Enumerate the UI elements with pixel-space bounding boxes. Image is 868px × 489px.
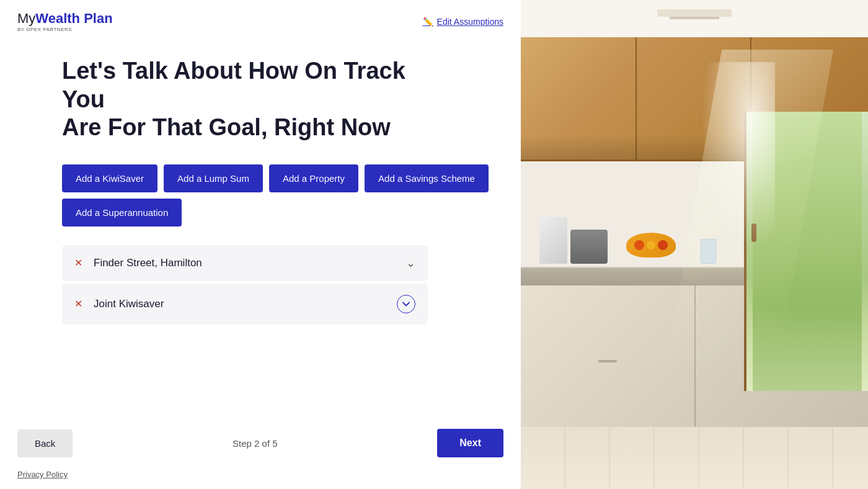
footer: Back Step 2 of 5 Next — [0, 419, 521, 470]
add-savings-scheme-button[interactable]: Add a Savings Scheme — [365, 164, 489, 192]
fruit — [658, 240, 668, 250]
ceiling-light-base — [670, 17, 719, 19]
kitchen-scene — [521, 0, 868, 489]
privacy-policy-link[interactable]: Privacy Policy — [0, 470, 521, 489]
item-1-label: Finder Street, Hamilton — [94, 257, 202, 269]
add-kiwisaver-button[interactable]: Add a KiwiSaver — [62, 164, 157, 192]
list-item-left: ✕ Joint Kiwisaver — [74, 298, 164, 310]
kettle — [539, 217, 567, 264]
logo-wealth-plan: Wealth Plan — [35, 11, 112, 26]
right-panel-image — [521, 0, 868, 489]
add-lump-sum-button[interactable]: Add a Lump Sum — [164, 164, 263, 192]
logo-sub: BY OPEX PARTNERS — [17, 27, 113, 32]
add-property-button[interactable]: Add a Property — [269, 164, 358, 192]
floor — [521, 427, 868, 489]
list-item: ✕ Joint Kiwisaver — [62, 284, 428, 325]
add-superannuation-button[interactable]: Add a Superannuation — [62, 199, 182, 227]
cabinet-handle — [598, 360, 617, 362]
ceiling-light — [657, 9, 732, 17]
list-item-left: ✕ Finder Street, Hamilton — [74, 257, 202, 269]
logo: MyWealth Plan BY OPEX PARTNERS — [17, 11, 113, 32]
expand-item-2-button[interactable] — [397, 295, 415, 313]
item-2-label: Joint Kiwisaver — [94, 298, 164, 310]
fruit — [634, 240, 644, 250]
expand-item-1-chevron[interactable]: ⌄ — [406, 256, 415, 270]
logo-text: MyWealth Plan — [17, 11, 113, 26]
floor-tiles — [521, 427, 868, 489]
step-indicator: Step 2 of 5 — [232, 438, 278, 449]
header: MyWealth Plan BY OPEX PARTNERS ✏️ Edit A… — [0, 0, 521, 38]
items-list: ✕ Finder Street, Hamilton ⌄ ✕ Joint Kiwi… — [62, 245, 428, 325]
main-content: Let's Talk About How On Track You Are Fo… — [0, 38, 521, 419]
next-button[interactable]: Next — [437, 429, 503, 457]
edit-assumptions-button[interactable]: ✏️ Edit Assumptions — [423, 17, 503, 27]
pencil-icon: ✏️ — [423, 17, 433, 27]
logo-my: My — [17, 11, 35, 26]
page-heading: Let's Talk About How On Track You Are Fo… — [62, 57, 434, 142]
left-panel: MyWealth Plan BY OPEX PARTNERS ✏️ Edit A… — [0, 0, 521, 489]
fruit-bowl — [626, 233, 676, 258]
fruit — [647, 241, 655, 249]
edit-assumptions-label: Edit Assumptions — [437, 17, 503, 27]
back-button[interactable]: Back — [17, 429, 73, 457]
remove-item-2-button[interactable]: ✕ — [74, 299, 82, 309]
remove-item-1-button[interactable]: ✕ — [74, 258, 82, 268]
button-group: Add a KiwiSaver Add a Lump Sum Add a Pro… — [62, 164, 503, 227]
toaster — [570, 230, 608, 264]
list-item: ✕ Finder Street, Hamilton ⌄ — [62, 245, 428, 281]
